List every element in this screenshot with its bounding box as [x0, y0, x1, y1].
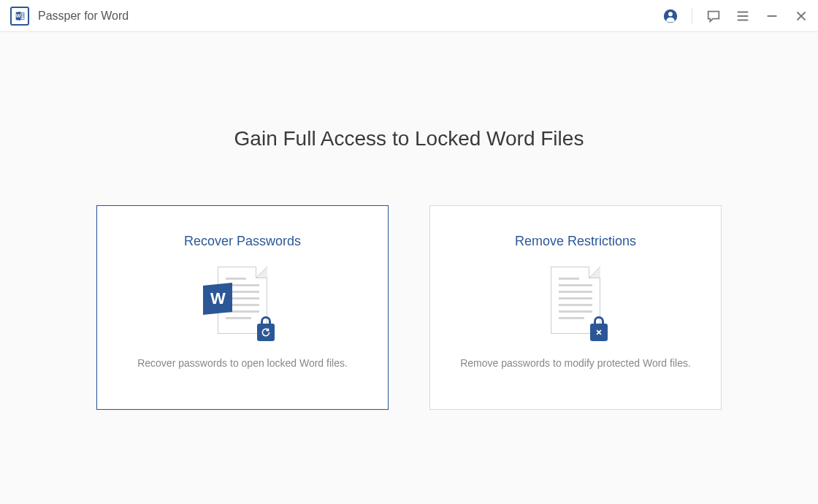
card-title: Recover Passwords: [184, 234, 301, 249]
account-icon[interactable]: [662, 8, 679, 24]
remove-restrictions-card[interactable]: Remove Restrictions: [429, 205, 722, 410]
lock-remove-icon: [590, 324, 608, 341]
menu-icon[interactable]: [735, 8, 751, 24]
titlebar-controls: [662, 8, 809, 24]
recover-passwords-card[interactable]: Recover Passwords W: [96, 205, 389, 410]
remove-illustration: [539, 267, 612, 340]
divider: [692, 8, 692, 24]
card-title: Remove Restrictions: [515, 234, 636, 249]
word-icon: W: [203, 283, 232, 315]
minimize-button[interactable]: [764, 8, 780, 24]
close-button[interactable]: [793, 8, 809, 24]
app-title: Passper for Word: [38, 9, 129, 23]
feedback-icon[interactable]: [706, 8, 722, 24]
main-content: Gain Full Access to Locked Word Files Re…: [0, 32, 818, 410]
recover-illustration: W: [206, 267, 279, 340]
page-headline: Gain Full Access to Locked Word Files: [0, 127, 818, 150]
app-logo-icon: W: [10, 7, 29, 26]
svg-rect-1: [21, 12, 24, 19]
card-description: Remove passwords to modify protected Wor…: [460, 357, 691, 369]
svg-point-6: [668, 12, 673, 16]
lock-refresh-icon: [257, 324, 275, 341]
svg-text:W: W: [16, 13, 21, 18]
option-cards: Recover Passwords W: [0, 205, 818, 410]
titlebar: W Passper for Word: [0, 0, 818, 32]
card-description: Recover passwords to open locked Word fi…: [137, 357, 348, 369]
